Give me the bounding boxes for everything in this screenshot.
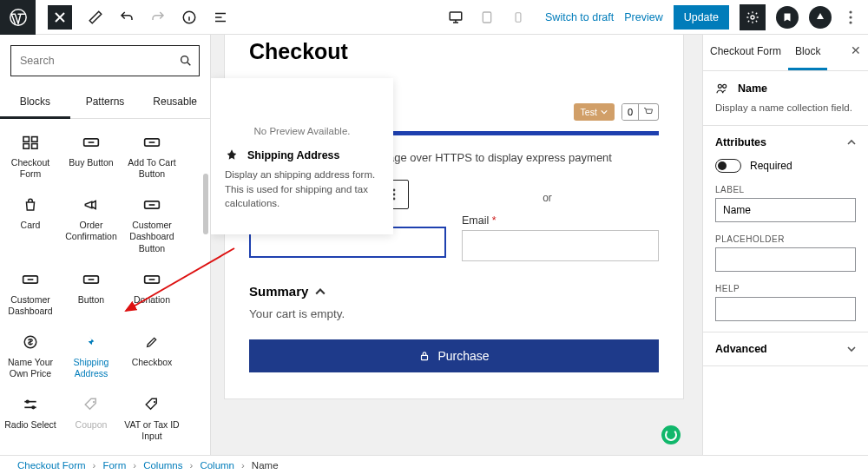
block-item-buy-button[interactable]: Buy Button [61,122,122,185]
svg-point-5 [751,16,754,19]
help-field-label: HELP [715,284,856,293]
scrollbar[interactable] [203,174,208,234]
block-item-name-your-own-price[interactable]: Name Your Own Price [0,322,61,385]
svg-rect-11 [32,137,37,142]
cart-counter[interactable]: 0 [621,103,659,121]
svg-point-7 [849,16,852,18]
more-menu-icon[interactable] [842,10,859,24]
wp-logo[interactable] [0,0,36,35]
block-item-email[interactable]: Email [61,447,122,455]
tab-checkout-form[interactable]: Checkout Form [703,35,788,70]
svg-rect-46 [422,355,428,359]
tab-blocks[interactable]: Blocks [0,87,70,118]
close-settings-icon[interactable]: ✕ [851,43,861,57]
block-item-donation[interactable]: Donation [122,260,182,322]
breadcrumb-item[interactable]: Checkout Form [17,460,86,471]
desktop-icon[interactable] [448,10,464,25]
tablet-icon[interactable] [479,10,495,25]
block-item-add-to-cart-button[interactable]: Add To Cart Button [122,122,182,185]
block-item-checkout-form[interactable]: Checkout Form [0,122,61,185]
rect-icon [123,131,181,154]
advanced-panel-toggle[interactable]: Advanced [715,343,856,355]
tag-icon [62,393,120,416]
settings-gear-button[interactable] [740,4,766,30]
blocks-grid: Checkout FormBuy ButtonAdd To Cart Butto… [0,119,210,455]
block-item-vat-or-tax-id-input[interactable]: VAT or Tax ID Input [122,385,182,447]
plugin-icon-1[interactable] [776,6,799,29]
svg-point-28 [26,400,30,404]
block-item-checkbox[interactable]: Checkbox [122,322,182,385]
svg-point-44 [393,194,396,196]
placeholder-input[interactable] [715,247,856,272]
block-item-divider[interactable]: Divider [0,447,61,455]
rect-icon [62,268,120,291]
email-input[interactable] [462,230,659,261]
block-item-coupon[interactable]: Coupon [61,385,122,447]
svg-point-48 [723,84,727,88]
plugin-icon-2[interactable] [809,6,832,29]
pin-icon [62,331,120,353]
no-preview-text: No Preview Available. [211,78,393,136]
undo-icon[interactable] [119,10,135,25]
svg-point-45 [393,198,396,201]
svg-rect-10 [23,137,29,142]
svg-point-30 [31,405,35,409]
page-title: Checkout [249,39,659,64]
switch-to-draft-link[interactable]: Switch to draft [545,11,614,23]
close-inserter-button[interactable] [48,5,72,30]
rect-icon [123,268,181,291]
svg-point-9 [181,56,188,63]
summary-toggle[interactable]: Summary [249,284,659,299]
radio-icon [2,393,59,416]
pen-icon [123,331,181,353]
svg-point-43 [393,189,396,192]
block-item-customer-dashboard[interactable]: Customer Dashboard [0,260,61,322]
block-item-express[interactable]: Express [122,447,182,455]
breadcrumb: Checkout Form› Form› Columns› Column› Na… [0,455,868,474]
chevron-down-icon [847,345,856,353]
mobile-icon[interactable] [510,10,526,25]
block-item-radio-select[interactable]: Radio Select [0,385,61,447]
rect-icon [123,194,181,216]
test-mode-pill[interactable]: Test [574,103,615,121]
grammarly-badge-icon[interactable] [661,425,681,444]
placeholder-field-label: PLACEHOLDER [715,234,856,244]
help-input[interactable] [715,297,856,321]
block-item-shipping-address[interactable]: Shipping Address [61,322,122,385]
block-item-customer-dashboard-button[interactable]: Customer Dashboard Button [122,185,182,259]
svg-rect-2 [450,12,462,20]
chevron-up-icon [315,286,326,297]
redo-icon [150,10,166,25]
required-toggle[interactable] [715,159,741,173]
block-item-card[interactable]: Card [0,185,61,259]
outline-icon[interactable] [213,10,228,25]
label-input[interactable] [715,198,856,222]
email-field-block[interactable]: Email * [462,214,659,261]
edit-icon[interactable] [88,10,103,25]
rect-icon [2,268,59,291]
breadcrumb-item[interactable]: Columns [143,460,182,471]
tab-block[interactable]: Block [788,35,827,70]
chevron-up-icon [847,138,856,147]
tab-patterns[interactable]: Patterns [70,87,141,118]
search-input[interactable] [10,45,200,76]
update-button[interactable]: Update [674,5,729,30]
editor-topbar: Switch to draft Preview Update [0,0,868,35]
svg-point-6 [849,10,852,13]
svg-point-31 [93,401,95,403]
breadcrumb-item[interactable]: Column [200,460,234,471]
info-icon[interactable] [181,10,197,25]
person-icon [715,82,729,95]
block-item-order-confirmation[interactable]: Order Confirmation [61,185,122,259]
preview-link[interactable]: Preview [624,11,662,23]
rect-icon [62,131,120,154]
tab-reusable[interactable]: Reusable [140,87,210,118]
purchase-button[interactable]: Purchase [249,339,659,372]
https-warning: age over HTTPS to display express paymen… [388,151,659,164]
attributes-panel-toggle[interactable]: Attributes [715,136,856,148]
cart-empty-text: Your cart is empty. [249,307,659,320]
pin-icon [225,148,239,162]
breadcrumb-item[interactable]: Form [102,460,126,471]
block-item-button[interactable]: Button [61,260,122,322]
megaphone-icon [62,194,120,216]
